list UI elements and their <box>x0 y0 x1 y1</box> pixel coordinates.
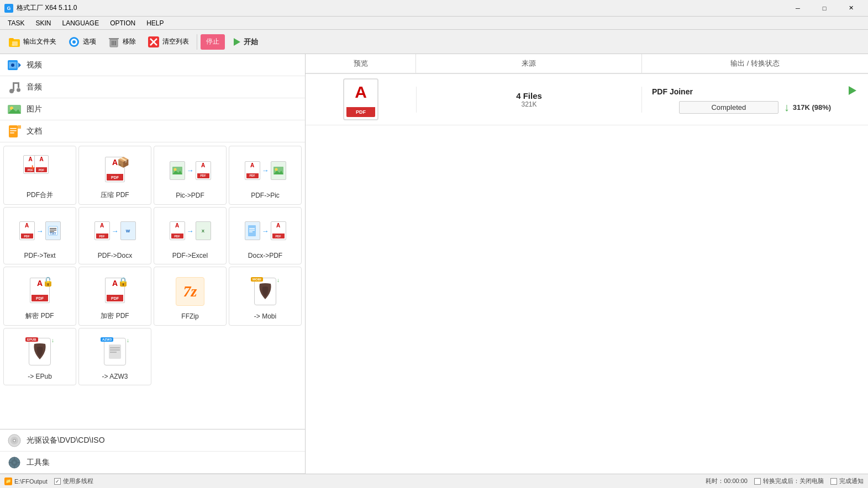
pic-to-pdf-icon: → A PDF <box>172 153 208 188</box>
start-label: 开始 <box>244 37 258 47</box>
tool-to-epub[interactable]: EPUB ↓ -> EPub <box>3 328 76 385</box>
right-header: 预览 来源 输出 / 转换状态 <box>306 54 868 74</box>
play-output-button[interactable] <box>847 85 858 98</box>
document-icon <box>7 124 22 139</box>
tool-pic-to-pdf[interactable]: → A PDF Pic->PDF <box>154 146 227 205</box>
time-elapsed: 耗时：00:00:00 <box>706 477 748 485</box>
options-button[interactable]: 选项 <box>63 33 101 51</box>
nav-video[interactable]: 视频 <box>0 54 305 76</box>
svg-text:→: → <box>10 43 14 47</box>
tool-docx-to-pdf[interactable]: → A PDF Docx->PDF <box>229 207 302 264</box>
nav-audio[interactable]: 音频 <box>0 76 305 98</box>
tools-grid: A PDF A PDF + PDF合并 <box>3 146 302 385</box>
output-cell: PDF Joiner Completed ↓ 317K (98%) <box>642 81 868 118</box>
menu-language[interactable]: LANGUAGE <box>56 17 104 30</box>
pdf-to-excel-label: PDF->Excel <box>172 252 208 259</box>
remove-button[interactable]: 移除 <box>103 33 140 51</box>
menu-task[interactable]: TASK <box>2 17 30 30</box>
shutdown-label: 转换完成后：关闭电脑 <box>763 477 824 485</box>
pdf-to-text-label: PDF->Text <box>24 252 55 259</box>
svg-rect-63 <box>18 462 20 463</box>
output-size-row: ↓ 317K (98%) <box>784 101 831 114</box>
clear-list-button[interactable]: 清空列表 <box>143 33 193 51</box>
stop-button[interactable]: 停止 <box>201 34 225 50</box>
tool-pdf-to-excel[interactable]: A PDF → X PDF->Excel <box>154 207 227 264</box>
document-label: 文档 <box>27 126 42 136</box>
to-mobi-icon: MOBI ↓ <box>248 274 283 309</box>
pdf-to-excel-icon: A PDF → X <box>172 213 208 248</box>
docx-to-pdf-label: Docx->PDF <box>248 252 282 259</box>
nav-tools[interactable]: 工具集 <box>0 452 305 474</box>
menu-skin[interactable]: SKIN <box>30 17 56 30</box>
tool-decrypt-pdf[interactable]: A PDF 🔓 解密 PDF <box>3 267 76 326</box>
svg-rect-60 <box>14 457 15 459</box>
close-button[interactable]: ✕ <box>838 0 864 17</box>
docx-to-pdf-icon: → A PDF <box>248 213 283 248</box>
svg-marker-15 <box>234 38 240 46</box>
tool-pdf-to-text[interactable]: A PDF → TXT <box>3 207 76 264</box>
remove-icon <box>107 35 120 49</box>
tool-ffzip[interactable]: 7z FFZip <box>154 267 227 326</box>
tool-pdf-to-pic[interactable]: A PDF → <box>229 146 302 205</box>
ffzip-label: FFZip <box>181 312 198 320</box>
app-title: 格式工厂 X64 5.11.0 <box>17 3 785 13</box>
col-source-header: 来源 <box>416 54 642 73</box>
tool-pdf-compress[interactable]: A PDF 📦 压缩 PDF <box>78 146 151 205</box>
tool-pdf-to-docx[interactable]: A PDF → W PDF->Docx <box>78 207 151 264</box>
svg-rect-33 <box>18 125 21 129</box>
options-label: 选项 <box>83 37 96 46</box>
pic-to-pdf-label: Pic->PDF <box>176 192 204 199</box>
multithread-label: 使用多线程 <box>63 477 93 485</box>
nav-dvd[interactable]: 光驱设备\DVD\CD\ISO <box>0 429 305 452</box>
output-name: PDF Joiner <box>652 87 693 96</box>
main-content: 视频 音频 图片 <box>0 54 868 474</box>
pdf-preview-icon: A PDF <box>343 78 378 120</box>
video-label: 视频 <box>27 60 42 70</box>
toolbar-divider <box>197 34 197 50</box>
output-folder-label: 输出文件夹 <box>23 37 56 46</box>
svg-point-38 <box>275 168 277 171</box>
svg-point-35 <box>173 168 176 171</box>
shutdown-checkbox[interactable] <box>754 478 761 485</box>
svg-point-19 <box>11 63 14 67</box>
svg-point-24 <box>17 88 20 92</box>
pdf-compress-label: 压缩 PDF <box>101 190 129 200</box>
pdf-to-docx-label: PDF->Docx <box>98 252 132 259</box>
status-right: 耗时：00:00:00 转换完成后：关闭电脑 完成通知 <box>706 477 864 485</box>
status-bar: 📁 E:\FFOutput ✓ 使用多线程 耗时：00:00:00 转换完成后：… <box>0 474 868 488</box>
restore-button[interactable]: □ <box>812 0 837 17</box>
svg-rect-1 <box>9 38 14 40</box>
col-preview-header: 预览 <box>306 54 416 73</box>
tool-to-azw3[interactable]: AZW3 ↓ -> AZW3 <box>78 328 151 385</box>
tool-to-mobi[interactable]: MOBI ↓ -> Mobi <box>229 267 302 326</box>
svg-rect-41 <box>50 228 56 229</box>
menu-help[interactable]: HELP <box>141 17 169 30</box>
menu-option[interactable]: OPTION <box>104 17 141 30</box>
svg-rect-61 <box>14 466 15 468</box>
nav-document[interactable]: 文档 <box>0 120 305 142</box>
encrypt-pdf-label: 加密 PDF <box>101 311 129 321</box>
dvd-label: 光驱设备\DVD\CD\ISO <box>27 436 105 445</box>
minimize-button[interactable]: ─ <box>785 0 811 17</box>
tool-encrypt-pdf[interactable]: A PDF 🔒 加密 PDF <box>78 267 151 326</box>
multithread-item[interactable]: ✓ 使用多线程 <box>54 477 93 485</box>
encrypt-pdf-icon: A PDF 🔒 <box>97 273 133 308</box>
audio-label: 音频 <box>27 82 42 92</box>
start-button[interactable]: 开始 <box>227 34 264 50</box>
audio-icon <box>7 79 22 95</box>
image-icon <box>7 102 22 117</box>
pdf-to-pic-label: PDF->Pic <box>251 192 280 199</box>
tool-pdf-merge[interactable]: A PDF A PDF + PDF合并 <box>3 146 76 205</box>
output-size: 317K (98%) <box>793 103 831 112</box>
shutdown-item[interactable]: 转换完成后：关闭电脑 <box>754 477 824 485</box>
multithread-checkbox[interactable]: ✓ <box>54 478 61 485</box>
output-folder-button[interactable]: → 输出文件夹 <box>3 33 61 51</box>
nav-image[interactable]: 图片 <box>0 98 305 120</box>
notify-item[interactable]: 完成通知 <box>830 477 864 485</box>
pdf-to-docx-icon: A PDF → W <box>97 213 133 248</box>
svg-rect-29 <box>10 128 17 129</box>
source-cell: 4 Files 321K <box>416 87 642 113</box>
notify-checkbox[interactable] <box>830 478 837 485</box>
output-folder-icon: → <box>8 35 21 49</box>
svg-rect-28 <box>9 125 18 137</box>
